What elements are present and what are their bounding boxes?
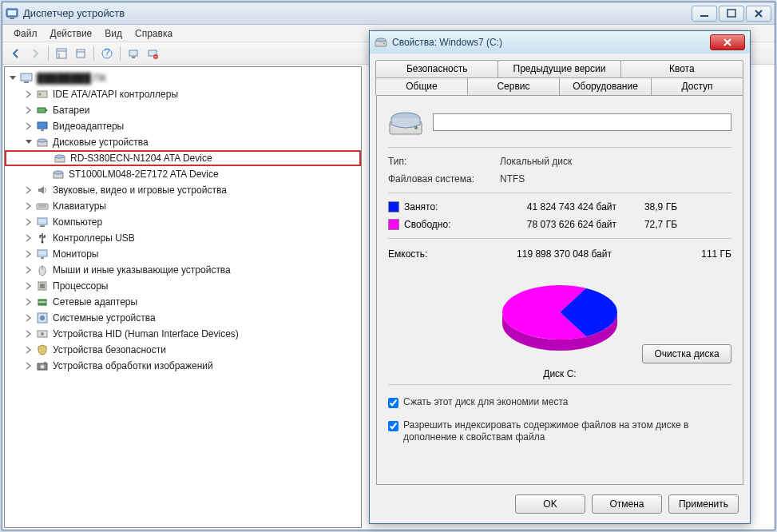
tabs-row-1: Безопасность Предыдущие версии Квота	[376, 60, 743, 77]
compress-checkbox[interactable]	[388, 398, 398, 408]
svg-rect-13	[129, 50, 137, 56]
collapse-icon[interactable]	[24, 137, 34, 147]
toolbar-separator	[93, 46, 94, 61]
keyboard-icon	[35, 200, 50, 212]
system-icon	[35, 312, 50, 324]
expand-icon[interactable]	[24, 233, 34, 243]
tree-node[interactable]: Контроллеры USB	[5, 230, 361, 246]
expand-icon[interactable]	[24, 313, 34, 323]
tree-root-label: ████████ ПК	[37, 73, 106, 84]
tree-node-label: Устройства обработки изображений	[53, 360, 213, 371]
computer-icon	[19, 72, 34, 85]
tab-quota[interactable]: Квота	[620, 60, 743, 77]
free-label: Свободно:	[404, 219, 476, 230]
tree-node[interactable]: ST1000LM048-2E7172 ATA Device	[5, 166, 361, 182]
drive-name-input[interactable]	[433, 113, 731, 131]
tab-security[interactable]: Безопасность	[375, 60, 498, 77]
tree-node[interactable]: Системные устройства	[5, 310, 361, 326]
device-tree[interactable]: ████████ ПК IDE ATA/ATAPI контроллерыБат…	[4, 66, 362, 528]
capacity-label: Емкость:	[388, 248, 476, 260]
toolbar-properties-icon[interactable]	[72, 45, 89, 62]
capacity-bytes: 119 898 370 048 байт	[476, 248, 612, 260]
svg-rect-36	[40, 225, 45, 227]
tab-sharing[interactable]: Доступ	[651, 77, 743, 95]
expand-icon[interactable]	[24, 329, 34, 339]
tree-node[interactable]: Клавиатуры	[5, 198, 361, 214]
svg-rect-24	[38, 122, 47, 129]
expand-icon[interactable]	[24, 361, 34, 371]
tree-node-label: Мониторы	[53, 248, 98, 260]
tree-node[interactable]: Звуковые, видео и игровые устройства	[5, 182, 361, 198]
svg-point-27	[38, 139, 47, 142]
expand-icon[interactable]	[24, 217, 34, 227]
svg-rect-2	[10, 18, 14, 19]
apply-button[interactable]: Применить	[668, 494, 739, 514]
svg-point-54	[383, 43, 385, 45]
tab-previous-versions[interactable]: Предыдущие версии	[498, 60, 620, 77]
free-swatch	[388, 219, 399, 230]
tree-node[interactable]: Мониторы	[5, 246, 361, 262]
menu-action[interactable]: Действие	[44, 26, 99, 41]
separator	[388, 193, 731, 193]
tree-node[interactable]: Устройства безопасности	[5, 342, 361, 358]
tab-hardware[interactable]: Оборудование	[559, 77, 652, 95]
tree-node[interactable]: Устройства HID (Human Interface Devices)	[5, 326, 361, 342]
disk-cleanup-button[interactable]: Очистка диска	[642, 344, 731, 363]
tree-root[interactable]: ████████ ПК	[5, 70, 361, 86]
tree-node[interactable]: IDE ATA/ATAPI контроллеры	[5, 86, 361, 102]
expand-icon[interactable]	[24, 201, 34, 211]
svg-rect-25	[41, 129, 44, 131]
tree-node[interactable]: Устройства обработки изображений	[5, 358, 361, 374]
tree-node-label: ST1000LM048-2E7172 ATA Device	[69, 169, 219, 180]
tree-node[interactable]: Мыши и иные указывающие устройства	[5, 262, 361, 278]
menu-file[interactable]: Файл	[7, 26, 44, 41]
close-button[interactable]	[710, 34, 745, 50]
expand-icon[interactable]	[24, 281, 34, 291]
svg-rect-39	[41, 257, 44, 259]
window-controls	[692, 6, 771, 22]
toolbar-separator	[48, 46, 49, 61]
svg-point-49	[41, 332, 44, 335]
cancel-button[interactable]: Отмена	[592, 494, 662, 514]
tree-node[interactable]: Сетевые адаптеры	[5, 294, 361, 310]
network-icon	[35, 296, 50, 308]
expand-icon[interactable]	[24, 105, 34, 115]
tab-tools[interactable]: Сервис	[467, 77, 560, 95]
tree-node-label: Видеоадаптеры	[53, 121, 124, 132]
tab-general[interactable]: Общие	[375, 77, 468, 95]
expand-icon[interactable]	[24, 249, 34, 259]
tree-node-label: Системные устройства	[53, 312, 156, 324]
expand-icon[interactable]	[24, 265, 34, 275]
tree-node[interactable]: Видеоадаптеры	[5, 118, 361, 134]
toolbar-help-icon[interactable]: ?	[98, 45, 116, 62]
tree-node[interactable]: Дисковые устройства	[5, 134, 361, 150]
toolbar-forward[interactable]	[26, 45, 44, 62]
index-checkbox[interactable]	[388, 421, 398, 431]
maximize-button[interactable]	[719, 6, 744, 22]
tree-node[interactable]: Процессоры	[5, 278, 361, 294]
tree-node[interactable]: Компьютер	[5, 214, 361, 230]
expand-icon[interactable]	[24, 185, 34, 195]
toolbar-uninstall-icon[interactable]	[144, 45, 161, 62]
imaging-icon	[35, 359, 50, 372]
svg-point-51	[41, 365, 45, 369]
expand-icon[interactable]	[24, 297, 34, 307]
svg-point-31	[54, 171, 63, 174]
close-button[interactable]	[746, 6, 771, 22]
menu-help[interactable]: Справка	[129, 26, 179, 41]
tree-node-label: Батареи	[53, 105, 89, 116]
expand-icon[interactable]	[24, 121, 34, 131]
toolbar-back[interactable]	[7, 45, 25, 62]
menu-view[interactable]: Вид	[98, 26, 129, 41]
capacity-human: 111 ГБ	[676, 248, 731, 260]
toolbar-tree-icon[interactable]	[53, 45, 70, 62]
svg-rect-1	[8, 10, 16, 15]
minimize-button[interactable]	[692, 6, 717, 22]
tree-node[interactable]: RD-S380ECN-N1204 ATA Device	[5, 150, 361, 166]
expand-icon[interactable]	[24, 345, 34, 355]
toolbar-scan-icon[interactable]	[125, 45, 142, 62]
collapse-icon[interactable]	[8, 73, 18, 83]
ok-button[interactable]: OK	[515, 494, 585, 514]
expand-icon[interactable]	[24, 89, 34, 99]
tree-node[interactable]: Батареи	[5, 102, 361, 118]
